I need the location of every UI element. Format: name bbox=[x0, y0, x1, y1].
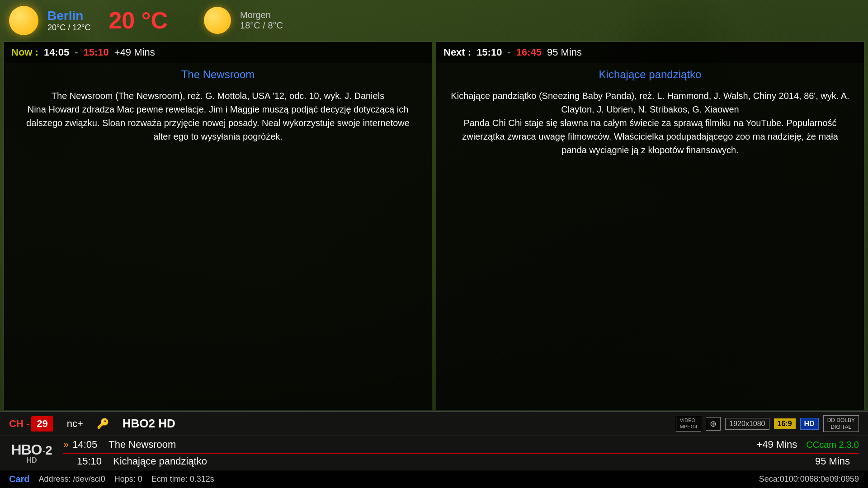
ch-dolby: DD DOLBYDIGITAL bbox=[823, 415, 859, 432]
epg-now-panel: Now : 14:05 - 15:10 +49 Mins The Newsroo… bbox=[4, 42, 432, 410]
channel-number-group: CH - 29 bbox=[9, 416, 53, 432]
epg-next-label: Next : bbox=[443, 47, 471, 58]
weather-next-label: Morgen bbox=[240, 10, 283, 20]
epg-now-title: The Newsroom bbox=[4, 63, 432, 84]
ch-name: HBO2 HD bbox=[123, 417, 175, 431]
current-program-title: The Newsroom bbox=[108, 439, 756, 450]
current-program-time: 14:05 bbox=[72, 439, 104, 450]
program-arrow: » bbox=[63, 439, 69, 450]
weather-next-range: 18°C / 8°C bbox=[240, 20, 283, 31]
epg-now-label: Now : bbox=[11, 47, 38, 58]
ch-resolution: 868x488 bbox=[725, 418, 769, 430]
ch-ratio: 16:9 bbox=[774, 418, 796, 429]
channel-bar-top: CH - 29 nc+ 🔑 HBO2 HD VIDEOMPEG4 ⊕ 1920x… bbox=[0, 412, 868, 436]
programs-list: » 14:05 The Newsroom +49 Mins CCcam 2.3.… bbox=[63, 439, 859, 467]
epg-next-start: 15:10 bbox=[476, 47, 502, 58]
epg-next-header: Next : 15:10 - 16:45 95 Mins bbox=[436, 42, 864, 63]
weather-next-icon bbox=[204, 7, 231, 34]
current-program-row: » 14:05 The Newsroom +49 Mins CCcam 2.3.… bbox=[63, 439, 859, 454]
weather-current-info: Berlin 20°C / 12°C bbox=[47, 9, 90, 33]
hbo-number: 2 bbox=[45, 444, 52, 457]
status-address: Address: /dev/sci0 bbox=[39, 474, 105, 484]
channel-bar: CH - 29 nc+ 🔑 HBO2 HD VIDEOMPEG4 ⊕ 1920x… bbox=[0, 411, 868, 488]
ch-hd: HD bbox=[800, 418, 819, 430]
epg-next-panel: Next : 15:10 - 16:45 95 Mins Kichające p… bbox=[436, 42, 864, 410]
city-temp-range: 20°C / 12°C bbox=[47, 23, 90, 33]
epg-next-duration: 95 Mins bbox=[547, 47, 582, 58]
city-name: Berlin bbox=[47, 9, 90, 23]
next-program-title: Kichające pandziątko bbox=[113, 455, 815, 467]
current-program-remaining: +49 Mins bbox=[756, 439, 806, 450]
weather-current-icon bbox=[9, 6, 38, 35]
epg-next-end: 16:45 bbox=[516, 47, 542, 58]
epg-now-end: 15:10 bbox=[84, 47, 109, 58]
status-hops: Hops: 0 bbox=[114, 474, 142, 484]
weather-next-info: Morgen 18°C / 8°C bbox=[240, 10, 283, 31]
hbo-logo: HBO · 2 HD bbox=[0, 439, 63, 467]
ch-provider: nc+ bbox=[67, 418, 83, 430]
ch-video-icon: VIDEOMPEG4 bbox=[676, 416, 702, 431]
epg-next-dash: - bbox=[507, 47, 510, 58]
status-bar: Card Address: /dev/sci0 Hops: 0 Ecm time… bbox=[0, 470, 868, 488]
epg-now-duration: +49 Mins bbox=[114, 47, 155, 58]
epg-now-dash: - bbox=[75, 47, 78, 58]
ccam-info: CCcam 2.3.0 bbox=[806, 440, 859, 450]
ch-icons-right: VIDEOMPEG4 ⊕ 868x488 16:9 HD DD DOLBYD… bbox=[676, 415, 859, 432]
next-program-time: 15:10 bbox=[77, 455, 108, 467]
ch-key-icon: 🔑 bbox=[97, 418, 109, 430]
current-temperature: 20 °C bbox=[108, 7, 168, 34]
status-ecm: Ecm time: 0.312s bbox=[151, 474, 214, 484]
epg-now-description: The Newsroom (The Newsroom), reż. G. Mot… bbox=[4, 84, 432, 148]
ch-number: 29 bbox=[31, 416, 53, 432]
hbo-text: HBO bbox=[11, 442, 42, 457]
status-card-label: Card bbox=[9, 474, 30, 484]
epg-now-start: 14:05 bbox=[44, 47, 69, 58]
ch-satellite-icon: ⊕ bbox=[706, 417, 721, 431]
epg-section: Now : 14:05 - 15:10 +49 Mins The Newsroo… bbox=[0, 41, 868, 411]
status-seca: Seca:0100:0068:0e09:0959 bbox=[759, 474, 859, 484]
epg-next-title: Kichające pandziątko bbox=[436, 63, 864, 84]
ch-label: CH - bbox=[9, 418, 29, 430]
next-program-row: 15:10 Kichające pandziątko 95 Mins bbox=[63, 455, 859, 467]
epg-next-description: Kichające pandziątko (Sneezing Baby Pand… bbox=[436, 84, 864, 161]
weather-bar: Berlin 20°C / 12°C 20 °C Morgen 18°C / 8… bbox=[0, 0, 868, 41]
hbo-hd: HD bbox=[26, 457, 37, 464]
weather-next: Morgen 18°C / 8°C bbox=[204, 7, 283, 34]
next-program-duration: 95 Mins bbox=[815, 455, 859, 467]
epg-now-header: Now : 14:05 - 15:10 +49 Mins bbox=[4, 42, 432, 63]
channel-bar-programs: HBO · 2 HD » 14:05 The Newsroom +49 Mins… bbox=[0, 436, 868, 470]
